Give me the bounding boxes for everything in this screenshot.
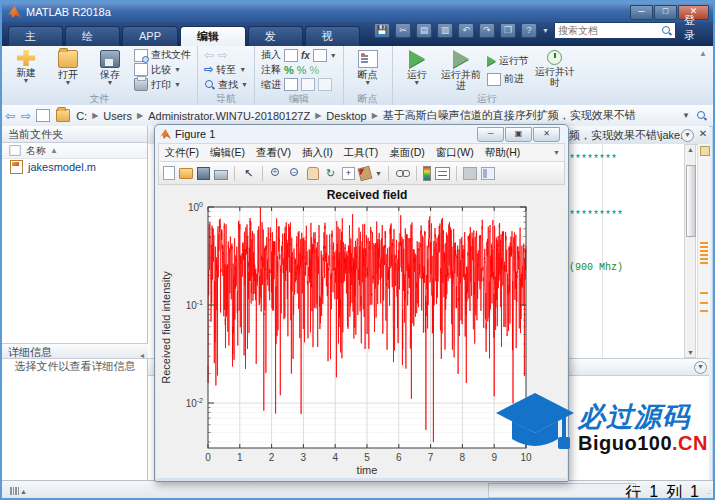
open-file-icon[interactable] (179, 168, 193, 179)
nav-forward-icon[interactable]: ⇨ (21, 109, 31, 123)
run-section-button[interactable]: 运行节 (487, 54, 529, 68)
editor-tab-close-icon[interactable]: ✕ (697, 128, 709, 139)
brush-data-icon[interactable] (358, 165, 373, 181)
link-plot-icon[interactable] (395, 166, 410, 180)
new-figure-icon[interactable] (163, 166, 175, 180)
tab-plots[interactable]: 绘图 (65, 26, 120, 46)
quick-save-icon[interactable]: 💾 (374, 23, 390, 38)
warning-marker[interactable] (700, 292, 708, 294)
warning-marker[interactable] (700, 242, 708, 244)
edit-plot-icon[interactable] (241, 166, 256, 180)
tab-view[interactable]: 视图 (305, 26, 360, 46)
indent-button[interactable]: 缩进 (261, 78, 337, 92)
breadcrumb-segment[interactable]: 基于高斯白噪声信道的直接序列扩频，实现效果不错 (381, 108, 638, 123)
save-figure-icon[interactable] (197, 167, 210, 180)
file-row-jakesmodel[interactable]: jakesmodel.m (2, 159, 147, 175)
details-toggle-icon[interactable]: ▲ (10, 487, 27, 495)
data-cursor-icon[interactable] (342, 167, 355, 180)
signin-button[interactable]: 登录 (684, 13, 705, 43)
hide-plot-tools-icon[interactable] (463, 167, 477, 180)
print-button[interactable]: 打印▼ (134, 78, 191, 92)
menu-help[interactable]: 帮助(H) (479, 146, 526, 160)
editor-tab-menu-icon[interactable]: ▼ (681, 129, 694, 142)
quick-help-icon[interactable]: ? (521, 23, 537, 38)
find-files-button[interactable]: 查找文件 (134, 48, 191, 62)
comment-button[interactable]: 注释 % % % (261, 63, 337, 77)
goto-button[interactable]: ⇨ 转至▼ (204, 63, 248, 77)
current-folder-header[interactable]: 当前文件夹 (2, 126, 147, 143)
menu-desktop[interactable]: 桌面(D) (384, 146, 431, 160)
warning-marker[interactable] (700, 302, 708, 304)
editor-scrollbar-thumb[interactable] (686, 165, 696, 237)
quick-copy-icon[interactable]: ▤ (416, 23, 432, 38)
quick-redo-icon[interactable]: ↷ (479, 23, 495, 38)
warning-marker[interactable] (700, 250, 708, 252)
quick-window-icon[interactable]: ❐ (500, 23, 516, 38)
quick-cut-icon[interactable]: ✂ (395, 23, 411, 38)
warning-marker[interactable] (700, 262, 708, 264)
print-figure-icon[interactable] (214, 170, 228, 180)
new-button[interactable]: 新建▼ (8, 48, 44, 92)
brush-dropdown-icon[interactable]: ▼ (375, 170, 382, 177)
pan-icon[interactable] (307, 167, 319, 180)
show-plot-tools-icon[interactable] (481, 167, 495, 180)
scroll-up-icon[interactable]: ▲ (686, 146, 695, 153)
panel-menu-icon[interactable]: ▼ (694, 361, 707, 374)
advance-button[interactable]: 前进 (487, 72, 529, 86)
search-icon[interactable] (661, 25, 672, 36)
warning-marker[interactable] (700, 254, 708, 256)
figure-titlebar[interactable]: Figure 1 (155, 125, 568, 143)
run-button[interactable]: 运行▼ (399, 48, 435, 92)
menu-edit[interactable]: 编辑(E) (204, 146, 250, 160)
run-advance-button[interactable]: 运行并前进 (441, 48, 481, 92)
scroll-down-icon[interactable]: ▼ (686, 349, 695, 356)
breakpoints-button[interactable]: 断点▼ (350, 48, 386, 92)
save-button[interactable]: 保存▼ (92, 48, 128, 92)
compare-button[interactable]: 比较▼ (134, 63, 191, 77)
menu-view[interactable]: 查看(V) (250, 146, 296, 160)
folder-up-icon[interactable] (36, 109, 50, 122)
tab-home[interactable]: 主页 (8, 26, 63, 46)
details-header[interactable]: 详细信息 ◂ (2, 343, 148, 359)
browse-folder-icon[interactable] (56, 109, 70, 122)
figure-maximize-button[interactable] (505, 127, 532, 142)
warning-marker[interactable] (700, 310, 708, 312)
run-time-button[interactable]: 运行并计时 (535, 48, 575, 92)
tab-apps[interactable]: APP (122, 26, 178, 46)
breadcrumb-segment[interactable]: C: (74, 110, 89, 122)
insert-legend-icon[interactable] (435, 167, 450, 180)
zoom-out-icon[interactable] (288, 166, 303, 180)
menu-window[interactable]: 窗口(W) (430, 146, 479, 160)
warning-marker[interactable] (700, 246, 708, 248)
menu-tools[interactable]: 工具(T) (338, 146, 383, 160)
nav-back-icon[interactable]: ⇦ (5, 109, 15, 123)
quick-undo-icon[interactable]: ↶ (458, 23, 474, 38)
menu-file[interactable]: 文件(F) (159, 146, 204, 160)
insert-colorbar-icon[interactable] (423, 166, 431, 181)
breadcrumb-segment[interactable]: Administrator.WIN7U-20180127Z (146, 110, 312, 122)
breadcrumb-segment[interactable]: Users (101, 110, 134, 122)
menu-overflow-icon[interactable]: ▼ (553, 149, 564, 156)
tab-publish[interactable]: 发布 (248, 26, 303, 46)
tab-editor[interactable]: 编辑器 (180, 26, 246, 46)
quick-paste-icon[interactable]: ▥ (437, 23, 453, 38)
menu-insert[interactable]: 插入(I) (296, 146, 338, 160)
doc-search-input[interactable] (555, 24, 661, 37)
name-column-header[interactable]: 名称 ▲ (2, 143, 147, 159)
ribbon-collapse-icon[interactable]: ▲ (693, 46, 713, 61)
editor-scrollbar[interactable]: ▲ ▼ (684, 144, 696, 358)
warning-marker[interactable] (700, 258, 708, 260)
open-button[interactable]: 打开▼ (50, 48, 86, 92)
address-search-icon[interactable] (696, 110, 707, 121)
address-dropdown-icon[interactable]: ▼ (682, 111, 690, 120)
breadcrumb-segment[interactable]: Desktop (324, 110, 368, 122)
insert-button[interactable]: 插入 fx ▼ (261, 48, 337, 62)
figure-close-button[interactable] (533, 127, 560, 142)
editor-tab[interactable]: 频，实现效果不错\jake... (569, 128, 689, 143)
rotate-3d-icon[interactable] (323, 166, 338, 180)
message-summary-icon[interactable] (700, 146, 710, 156)
zoom-in-icon[interactable] (269, 166, 284, 180)
find-button[interactable]: 查找▼ (204, 78, 248, 92)
quickbar-dropdown-icon[interactable]: ▼ (542, 27, 549, 34)
figure-minimize-button[interactable] (477, 127, 504, 142)
